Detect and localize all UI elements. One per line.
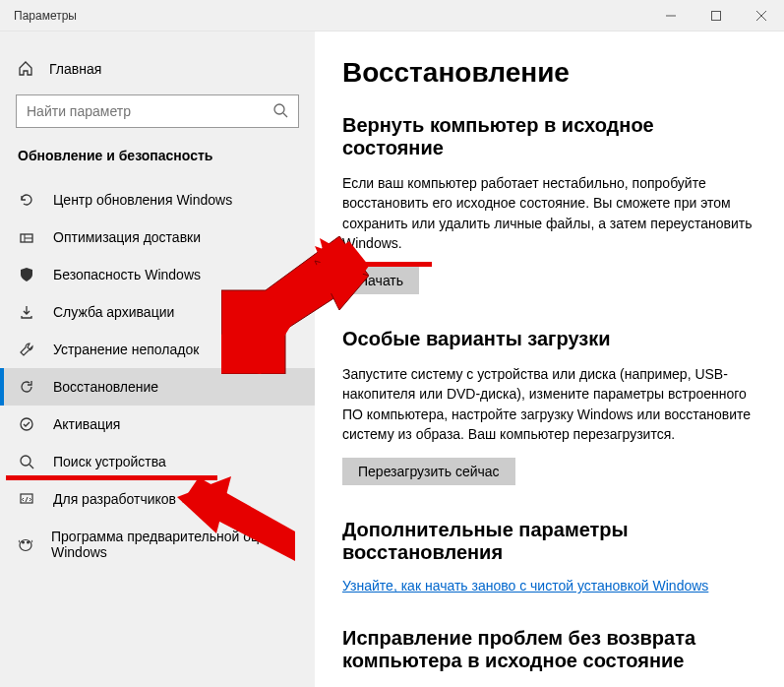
troubleshoot-icon (18, 342, 35, 357)
search-field[interactable] (27, 103, 272, 119)
sidebar-item-label: Центр обновления Windows (53, 192, 232, 208)
fix-problems-title: Исправление проблем без возврата компьют… (342, 627, 756, 672)
svg-point-8 (21, 456, 30, 466)
sidebar-item-recovery[interactable]: Восстановление (0, 368, 315, 406)
sidebar-item-label: Программа предварительной оценки Windows (51, 529, 297, 560)
svg-point-4 (274, 104, 284, 114)
sidebar-item-backup[interactable]: Служба архивации (0, 293, 315, 331)
sidebar-item-label: Активация (53, 416, 120, 432)
delivery-icon (18, 229, 35, 245)
close-button[interactable] (739, 0, 784, 31)
sidebar-item-label: Поиск устройства (53, 454, 166, 469)
update-icon (18, 192, 35, 208)
security-icon (18, 267, 35, 282)
main-panel: Восстановление Вернуть компьютер в исход… (315, 31, 784, 687)
sidebar-item-label: Безопасность Windows (53, 267, 201, 282)
sidebar-item-label: Служба архивации (53, 304, 174, 320)
annotation-underline (6, 475, 217, 480)
backup-icon (18, 304, 35, 320)
annotation-underline (341, 262, 432, 267)
page-title: Восстановление (342, 57, 756, 89)
home-icon (18, 61, 33, 77)
svg-line-5 (283, 113, 287, 117)
fix-problems-section: Исправление проблем без возврата компьют… (342, 627, 756, 672)
reset-pc-title: Вернуть компьютер в исходное состояние (342, 114, 756, 159)
recovery-icon (18, 379, 35, 395)
sidebar-item-activation[interactable]: Активация (0, 406, 315, 443)
svg-line-9 (30, 465, 33, 468)
content-area: Главная Обновление и безопасность Центр … (0, 31, 784, 687)
advanced-startup-title: Особые варианты загрузки (342, 328, 756, 350)
sidebar-item-label: Восстановление (53, 379, 158, 395)
restart-now-button[interactable]: Перезагрузить сейчас (342, 458, 515, 485)
advanced-startup-section: Особые варианты загрузки Запустите систе… (342, 328, 756, 485)
search-icon (272, 102, 288, 121)
home-label: Главная (49, 61, 101, 77)
sidebar: Главная Обновление и безопасность Центр … (0, 31, 315, 687)
window-title: Параметры (0, 9, 648, 23)
more-recovery-title: Дополнительные параметры восстановления (342, 519, 756, 564)
activation-icon (18, 416, 35, 432)
sidebar-item-windows-update[interactable]: Центр обновления Windows (0, 181, 315, 219)
nav-list: Центр обновления Windows Оптимизация дос… (0, 181, 315, 571)
sidebar-item-label: Устранение неполадок (53, 342, 199, 357)
sidebar-item-troubleshoot[interactable]: Устранение неполадок (0, 331, 315, 368)
search-input[interactable] (16, 94, 299, 128)
window-controls (648, 0, 784, 31)
sidebar-item-label: Для разработчиков (53, 491, 176, 507)
advanced-startup-description: Запустите систему с устройства или диска… (342, 364, 756, 444)
developers-icon (18, 491, 35, 507)
find-device-icon (18, 454, 35, 469)
minimize-button[interactable] (648, 0, 694, 31)
insider-icon (18, 536, 33, 552)
title-bar: Параметры (0, 0, 784, 31)
fresh-start-link[interactable]: Узнайте, как начать заново с чистой уста… (342, 578, 708, 593)
svg-point-13 (20, 540, 31, 551)
reset-start-button[interactable]: Начать (342, 267, 419, 294)
more-recovery-section: Дополнительные параметры восстановления … (342, 519, 756, 593)
sidebar-item-delivery-optimization[interactable]: Оптимизация доставки (0, 219, 315, 256)
reset-pc-description: Если ваш компьютер работает нестабильно,… (342, 173, 756, 253)
maximize-button[interactable] (694, 0, 739, 31)
reset-pc-section: Вернуть компьютер в исходное состояние Е… (342, 114, 756, 294)
svg-point-7 (21, 418, 32, 430)
svg-rect-1 (712, 11, 721, 20)
sidebar-item-insider-program[interactable]: Программа предварительной оценки Windows (0, 518, 315, 571)
settings-window: Параметры Главная (0, 0, 784, 687)
sidebar-item-for-developers[interactable]: Для разработчиков (0, 480, 315, 518)
sidebar-item-label: Оптимизация доставки (53, 229, 201, 245)
home-nav[interactable]: Главная (0, 53, 315, 94)
section-heading: Обновление и безопасность (18, 148, 297, 163)
sidebar-item-windows-security[interactable]: Безопасность Windows (0, 256, 315, 293)
